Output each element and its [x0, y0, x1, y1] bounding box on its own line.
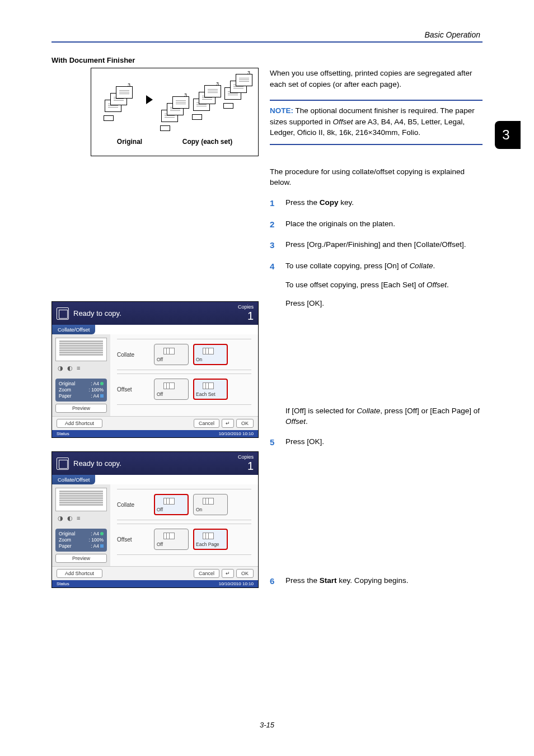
- sheet-num: 3: [128, 82, 130, 88]
- offset-off-icon: [157, 531, 186, 542]
- copies-label: Copies: [238, 454, 254, 460]
- info-value: : A4: [91, 381, 99, 386]
- step-4-body: To use collate copying, press [On] of Co…: [285, 260, 483, 427]
- text: .: [447, 281, 449, 289]
- screen-tab[interactable]: Collate/Offset: [52, 475, 95, 484]
- text: If [Off] is selected for: [285, 407, 357, 415]
- offset-each-page-button[interactable]: Each Page: [193, 529, 228, 550]
- preview-icons: ◑ ◐ ≡: [55, 363, 107, 373]
- note-block: NOTE: The optional document finisher is …: [270, 100, 483, 145]
- button-label: Off: [157, 542, 186, 547]
- offset-diagram: 1 2 3 1 2 3 1 2 3: [91, 68, 259, 156]
- step-1-body: Press the Copy key.: [285, 197, 483, 209]
- ok-button[interactable]: OK: [236, 569, 254, 578]
- text-italic: Offset: [427, 281, 447, 289]
- preview-thumbnail: [55, 338, 107, 361]
- ok-button[interactable]: OK: [236, 419, 254, 428]
- collate-on-icon: [196, 497, 225, 507]
- screen-titlebar: Ready to copy. Copies 1: [52, 452, 258, 475]
- header-rule: [51, 41, 483, 43]
- screen-titlebar: Ready to copy. Copies 1: [52, 302, 258, 325]
- text: , press [Off] or [Each Page] of: [380, 407, 480, 415]
- preview-icons: ◑ ◐ ≡: [55, 514, 107, 523]
- button-label: On: [196, 357, 225, 362]
- collate-off-icon: [157, 347, 186, 357]
- text: key. Copying begins.: [337, 576, 409, 585]
- text: Press [OK].: [285, 298, 483, 309]
- add-shortcut-button[interactable]: Add Shortcut: [57, 569, 102, 578]
- copies-label: Copies: [238, 304, 254, 310]
- offset-off-icon: [157, 381, 186, 391]
- job-info: Original: A4 Zoom: 100% Paper: A4: [55, 379, 107, 402]
- job-info: Original: A4 Zoom: 100% Paper: A4: [55, 529, 107, 552]
- info-value: : A4: [91, 531, 99, 536]
- offset-each-page-icon: [196, 531, 225, 542]
- text: To use offset copying, press [Each Set] …: [285, 281, 427, 289]
- sheet-num: 3: [216, 81, 219, 87]
- collate-off-button[interactable]: Off: [154, 494, 189, 515]
- header-title: Basic Operation: [51, 30, 483, 39]
- text-italic: Collate: [409, 262, 433, 270]
- screen-sidebar: ◑ ◐ ≡ Original: A4 Zoom: 100% Paper: A4 …: [52, 334, 110, 416]
- offset-each-set-button[interactable]: Each Set: [193, 379, 228, 400]
- text-italic: Offset: [285, 417, 306, 426]
- status-label[interactable]: Status: [57, 581, 69, 586]
- collate-off-button[interactable]: Off: [154, 344, 189, 365]
- procedure-intro: The procedure for using collate/offset c…: [270, 166, 483, 188]
- back-button[interactable]: ↵: [222, 419, 234, 428]
- button-label: Off: [157, 391, 186, 397]
- step-5-body: Press [OK].: [285, 436, 483, 449]
- paper-icon: [100, 394, 104, 398]
- screen-tab[interactable]: Collate/Offset: [52, 325, 95, 334]
- button-label: On: [196, 507, 225, 512]
- intro-text: When you use offsetting, printed copies …: [270, 68, 483, 90]
- offset-off-button[interactable]: Off: [154, 379, 189, 400]
- paper-icon: [100, 544, 104, 548]
- step-number: 2: [270, 218, 285, 231]
- button-label: Each Page: [196, 542, 225, 547]
- info-label: Original: [59, 381, 75, 387]
- screen-title: Ready to copy.: [73, 309, 121, 318]
- text: Press the: [285, 198, 320, 207]
- touch-panel-screenshot-2: Ready to copy. Copies 1 Collate/Offset ◑…: [51, 451, 259, 588]
- add-shortcut-button[interactable]: Add Shortcut: [57, 419, 102, 428]
- step-2-body: Place the originals on the platen.: [285, 218, 483, 231]
- info-value: : 100%: [89, 537, 104, 543]
- copies-value: 1: [243, 310, 254, 323]
- page-number: 3-15: [0, 721, 534, 729]
- preview-button[interactable]: Preview: [55, 404, 107, 413]
- section-title: With Document Finisher: [51, 56, 483, 64]
- cancel-button[interactable]: Cancel: [194, 419, 219, 428]
- sheet-num: 3: [247, 70, 250, 76]
- text: .: [306, 417, 308, 426]
- text-italic: Collate: [357, 407, 380, 415]
- offset-each-set-icon: [196, 381, 225, 391]
- note-italic: Offset: [333, 118, 353, 126]
- orientation-icon: [100, 532, 104, 535]
- copy-key-label: Copy: [320, 198, 339, 207]
- preview-button[interactable]: Preview: [55, 554, 107, 563]
- button-label: Off: [157, 357, 186, 362]
- text: To use collate copying, press [On] of: [285, 262, 409, 270]
- status-label[interactable]: Status: [57, 431, 69, 436]
- offset-off-button[interactable]: Off: [154, 529, 189, 550]
- collate-off-icon: [157, 497, 186, 507]
- orientation-icon: [100, 382, 104, 385]
- diagram-copy-label: Copy (each set): [182, 138, 232, 146]
- step-number: 1: [270, 197, 285, 209]
- cancel-button[interactable]: Cancel: [194, 569, 219, 578]
- offset-label: Offset: [117, 536, 144, 543]
- collate-label: Collate: [117, 502, 144, 508]
- step-number: 4: [270, 260, 285, 427]
- offset-label: Offset: [117, 386, 144, 393]
- screen-title: Ready to copy.: [73, 459, 121, 468]
- collate-on-button[interactable]: On: [193, 494, 228, 515]
- back-button[interactable]: ↵: [222, 569, 234, 578]
- collate-on-button[interactable]: On: [193, 344, 228, 365]
- button-label: Off: [157, 507, 186, 512]
- arrow-icon: [146, 95, 153, 104]
- touch-panel-screenshot-1: Ready to copy. Copies 1 Collate/Offset ◑…: [51, 301, 259, 438]
- text: Press [OK].: [285, 436, 483, 447]
- text: Place the originals on the platen.: [285, 218, 483, 230]
- preview-thumbnail: [55, 488, 107, 511]
